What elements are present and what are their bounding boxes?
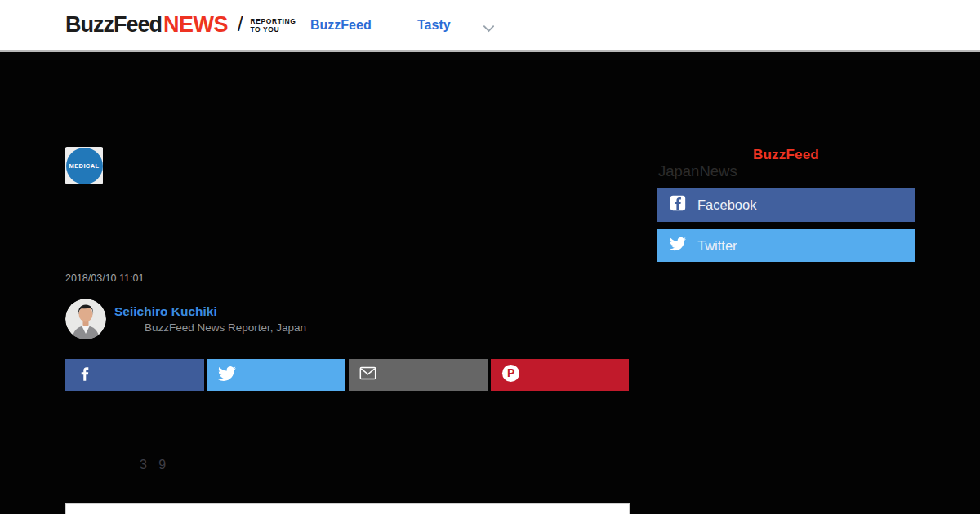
nav-link-tasty[interactable]: Tasty — [417, 0, 451, 50]
author-title: BuzzFeed News Reporter, Japan — [145, 321, 306, 334]
share-email-button[interactable] — [349, 359, 488, 391]
sidebar-twitter-label: Twitter — [697, 238, 737, 254]
section-badge-medical[interactable]: MEDICAL — [65, 147, 103, 184]
sidebar-japannews-title: JapanNews — [658, 162, 737, 180]
author-avatar[interactable] — [65, 299, 106, 339]
footnote-numbers: 3 9 — [140, 458, 170, 472]
sidebar-buzzfeed-logo[interactable]: BuzzFeed — [657, 147, 915, 163]
logo-tagline: REPORTING TO YOU — [250, 17, 296, 33]
pinterest-icon: P — [501, 364, 520, 386]
facebook-icon — [76, 365, 94, 386]
author-name-link[interactable]: Seiichiro Kuchiki — [114, 304, 217, 319]
logo-slash: / — [238, 14, 243, 36]
embedded-content-box — [65, 503, 630, 514]
email-icon — [359, 366, 376, 383]
logo-tagline-line1: REPORTING — [250, 17, 296, 25]
twitter-icon — [218, 365, 236, 386]
chevron-down-icon[interactable] — [483, 21, 495, 29]
svg-text:P: P — [507, 366, 514, 379]
sidebar-twitter-button[interactable]: Twitter — [657, 229, 915, 262]
twitter-icon — [670, 236, 686, 255]
top-header: BuzzFeed NEWS / REPORTING TO YOU BuzzFee… — [0, 0, 980, 52]
sidebar-facebook-label: Facebook — [697, 197, 756, 213]
article-timestamp: 2018/03/10 11:01 — [65, 273, 144, 284]
buzzfeed-news-article-page: BuzzFeed NEWS / REPORTING TO YOU BuzzFee… — [0, 0, 980, 514]
share-pinterest-button[interactable]: P — [491, 359, 630, 391]
facebook-icon — [670, 195, 686, 215]
share-button-row: P — [65, 359, 629, 391]
sidebar-facebook-button[interactable]: Facebook — [657, 188, 915, 222]
nav-link-buzzfeed[interactable]: BuzzFeed — [310, 0, 372, 50]
logo-news-text: NEWS — [163, 12, 228, 38]
share-twitter-button[interactable] — [207, 359, 346, 391]
buzzfeed-news-logo[interactable]: BuzzFeed NEWS / REPORTING TO YOU — [65, 0, 296, 50]
medical-badge-label: MEDICAL — [69, 162, 100, 170]
logo-buzzfeed-text: BuzzFeed — [65, 12, 162, 38]
share-facebook-button[interactable] — [65, 359, 204, 391]
logo-tagline-line2: TO YOU — [250, 25, 279, 33]
medical-badge-circle: MEDICAL — [66, 148, 103, 184]
